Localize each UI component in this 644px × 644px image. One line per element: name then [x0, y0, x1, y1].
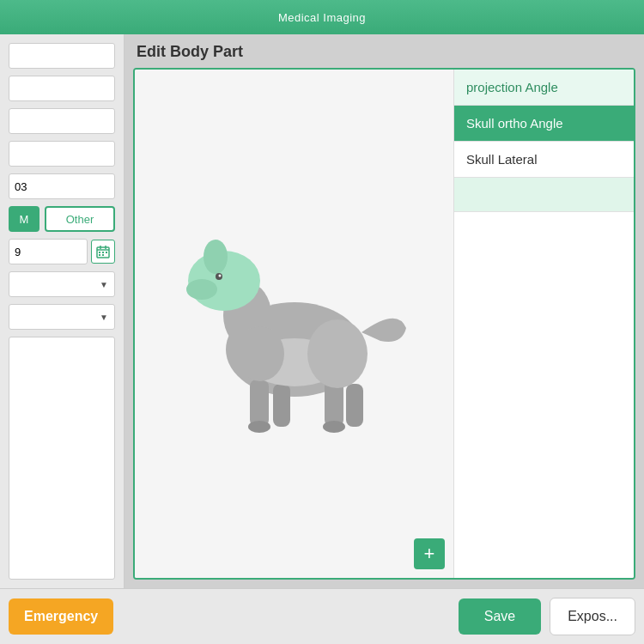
content-area: Edit Body Part	[125, 34, 644, 588]
date-row	[9, 239, 115, 264]
svg-point-17	[248, 421, 270, 433]
svg-rect-4	[99, 252, 100, 253]
sidebar: M Other	[0, 34, 125, 588]
svg-point-12	[186, 279, 217, 300]
save-button[interactable]: Save	[459, 598, 541, 635]
list-panel: projection Angle Skull ortho Angle Skull…	[453, 70, 634, 578]
svg-rect-7	[99, 254, 100, 256]
gender-other-button[interactable]: Other	[45, 206, 115, 232]
dropdown2-select[interactable]	[9, 304, 115, 330]
svg-rect-6	[106, 252, 107, 253]
panel-title: Edit Body Part	[133, 43, 635, 61]
edit-panel: + projection Angle Skull ortho Angle Sku…	[133, 68, 635, 580]
patient-age-input[interactable]	[9, 141, 115, 167]
calendar-icon[interactable]	[91, 240, 115, 264]
main-layout: M Other	[0, 34, 644, 588]
list-item-3[interactable]	[454, 178, 634, 212]
list-item-0[interactable]: projection Angle	[454, 70, 634, 106]
dog-diagram	[157, 204, 432, 444]
dropdown2-wrap	[9, 304, 115, 330]
date-input[interactable]	[9, 239, 88, 264]
dropdown1-select[interactable]	[9, 271, 115, 297]
top-bar: Medical Imaging	[0, 0, 644, 34]
svg-point-23	[307, 319, 368, 388]
notes-area	[9, 337, 115, 580]
gender-m-button[interactable]: M	[9, 206, 39, 232]
emergency-button[interactable]: Emergency	[9, 598, 113, 635]
dropdown1-wrap	[9, 271, 115, 297]
svg-rect-18	[273, 384, 290, 427]
list-item-1[interactable]: Skull ortho Angle	[454, 106, 634, 142]
patient-id-input[interactable]	[9, 76, 115, 101]
patient-field3-input[interactable]	[9, 108, 115, 134]
add-button[interactable]: +	[414, 538, 445, 569]
gender-row: M Other	[9, 206, 115, 232]
expose-button[interactable]: Expos...	[550, 598, 635, 635]
dog-area[interactable]: +	[135, 70, 453, 578]
bottom-bar: Emergency Save Expos...	[0, 588, 644, 644]
patient-name-input[interactable]	[9, 43, 115, 69]
svg-point-13	[204, 240, 228, 274]
svg-rect-5	[102, 252, 104, 253]
patient-dob-input[interactable]	[9, 173, 115, 199]
svg-point-24	[236, 326, 284, 381]
svg-point-20	[323, 421, 345, 433]
list-item-2[interactable]: Skull Lateral	[454, 142, 634, 178]
svg-rect-8	[102, 254, 104, 256]
svg-rect-16	[250, 380, 269, 427]
svg-point-15	[218, 275, 221, 277]
svg-rect-21	[346, 384, 363, 427]
app-title: Medical Imaging	[278, 11, 366, 24]
